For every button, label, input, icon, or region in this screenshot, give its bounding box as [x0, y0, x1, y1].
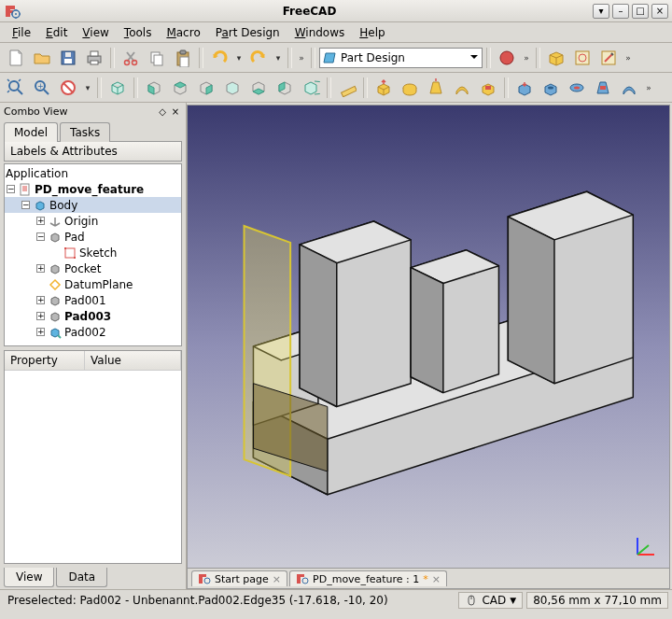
tree-body[interactable]: −Body [5, 197, 181, 213]
doc-tab-pd-move-feature[interactable]: PD_move_feature : 1* × [289, 570, 447, 586]
svg-rect-34 [65, 248, 75, 258]
tree-sketch[interactable]: Sketch [5, 245, 181, 260]
toolbar2-overflow[interactable]: » [643, 83, 654, 92]
groove-button[interactable] [565, 76, 589, 100]
wedge-button[interactable]: ▾ [593, 4, 609, 19]
menu-macro[interactable]: Macro [160, 24, 206, 41]
combo-close-button[interactable]: × [169, 105, 182, 118]
tree-view[interactable]: Application −PD_move_feature −Body +Orig… [4, 163, 182, 346]
close-tab-icon[interactable]: × [432, 573, 441, 585]
combo-float-button[interactable]: ◇ [156, 105, 169, 118]
window-title: FreeCAD [26, 5, 593, 18]
view-front-button[interactable] [142, 76, 166, 100]
tree-pad[interactable]: −Pad [5, 229, 181, 245]
menu-tools[interactable]: Tools [118, 24, 159, 41]
undo-dropdown[interactable]: ▾ [233, 53, 245, 63]
view-rear-button[interactable] [220, 76, 245, 100]
open-file-button[interactable] [30, 46, 54, 70]
menu-file[interactable]: File [6, 24, 37, 41]
tree-origin[interactable]: +Origin [5, 213, 181, 229]
measure-button[interactable] [335, 76, 359, 100]
fit-selection-button[interactable]: + [30, 76, 54, 100]
edit-sketch-button[interactable] [596, 46, 621, 70]
tree-pocket[interactable]: +Pocket [5, 260, 181, 276]
view-iso-button[interactable] [105, 76, 130, 100]
undo-button[interactable] [207, 46, 231, 70]
property-panel: Property Value [4, 350, 182, 564]
status-nav-mode[interactable]: CAD ▼ [458, 592, 523, 609]
pad-icon [48, 230, 62, 244]
menu-edit[interactable]: Edit [39, 24, 74, 41]
svg-rect-60 [297, 574, 304, 577]
maximize-button[interactable]: □ [632, 4, 649, 19]
view-bottom-button[interactable] [246, 76, 271, 100]
labels-attributes-header[interactable]: Labels & Attributes [4, 141, 182, 162]
svg-rect-19 [576, 51, 589, 64]
tree-application[interactable]: Application [5, 165, 181, 181]
svg-point-18 [500, 51, 513, 64]
macro-record-button[interactable] [495, 46, 519, 70]
subtractive-loft-button[interactable] [591, 76, 615, 100]
tree-document[interactable]: −PD_move_feature [5, 181, 181, 197]
toolbar1-overflow-3[interactable]: » [623, 53, 634, 63]
menu-view[interactable]: View [76, 24, 115, 41]
cut-button[interactable] [119, 46, 143, 70]
menu-help[interactable]: Help [353, 24, 391, 41]
save-button[interactable] [56, 46, 80, 70]
separator [504, 77, 509, 98]
tab-data[interactable]: Data [56, 568, 107, 587]
value-column-header[interactable]: Value [85, 351, 181, 370]
doc-tab-label: Start page [215, 573, 269, 585]
separator [199, 48, 203, 68]
pad-button[interactable] [371, 76, 396, 100]
sweep-button[interactable] [450, 76, 474, 100]
svg-marker-44 [300, 245, 337, 407]
pocket-icon [48, 261, 62, 275]
draw-style-button[interactable] [56, 76, 80, 100]
revolution-button[interactable] [398, 76, 422, 100]
hole-button[interactable] [539, 76, 563, 100]
tab-view[interactable]: View [4, 568, 54, 587]
toolbar1-overflow-2[interactable]: » [521, 53, 532, 63]
svg-line-55 [637, 545, 649, 555]
menu-windows[interactable]: Windows [288, 24, 352, 41]
pocket-button[interactable] [476, 76, 500, 100]
svg-marker-50 [508, 217, 554, 384]
close-window-button[interactable]: × [651, 4, 668, 19]
draw-style-dropdown[interactable]: ▾ [82, 83, 93, 92]
tree-pad003[interactable]: +Pad003 [5, 308, 181, 324]
menu-part-design[interactable]: Part Design [209, 24, 287, 41]
view-left-button[interactable] [273, 76, 297, 100]
close-tab-icon[interactable]: × [273, 573, 281, 585]
print-button[interactable] [82, 46, 106, 70]
minimize-button[interactable]: – [612, 4, 629, 19]
separator [536, 48, 540, 68]
svg-rect-14 [154, 55, 162, 65]
property-column-header[interactable]: Property [5, 351, 85, 370]
subtractive-pipe-button[interactable] [617, 76, 641, 100]
new-file-button[interactable] [4, 46, 28, 70]
copy-button[interactable] [145, 46, 169, 70]
toolbar1-overflow[interactable]: » [296, 53, 307, 63]
tree-pad001[interactable]: +Pad001 [5, 292, 181, 308]
redo-dropdown[interactable]: ▾ [273, 53, 284, 63]
create-sketch-button[interactable] [570, 46, 595, 70]
pocket-feature-button[interactable] [512, 76, 537, 100]
view-top-button[interactable] [168, 76, 192, 100]
view-rotate-button[interactable] [299, 76, 323, 100]
tree-pad002[interactable]: +Pad002 [5, 324, 181, 340]
loft-button[interactable] [424, 76, 448, 100]
svg-rect-16 [180, 50, 186, 54]
paste-button[interactable] [171, 46, 195, 70]
create-body-button[interactable] [544, 46, 568, 70]
tree-datumplane[interactable]: DatumPlane [5, 276, 181, 292]
svg-rect-17 [180, 57, 189, 67]
fit-all-button[interactable] [4, 76, 28, 100]
view-right-button[interactable] [194, 76, 218, 100]
tab-model[interactable]: Model [4, 122, 58, 142]
tab-tasks[interactable]: Tasks [60, 122, 110, 142]
doc-tab-start-page[interactable]: Start page × [191, 570, 287, 586]
3d-view[interactable]: Start page × PD_move_feature : 1* × [187, 105, 670, 589]
workbench-selector[interactable]: Part Design [319, 48, 483, 68]
redo-button[interactable] [246, 46, 271, 70]
